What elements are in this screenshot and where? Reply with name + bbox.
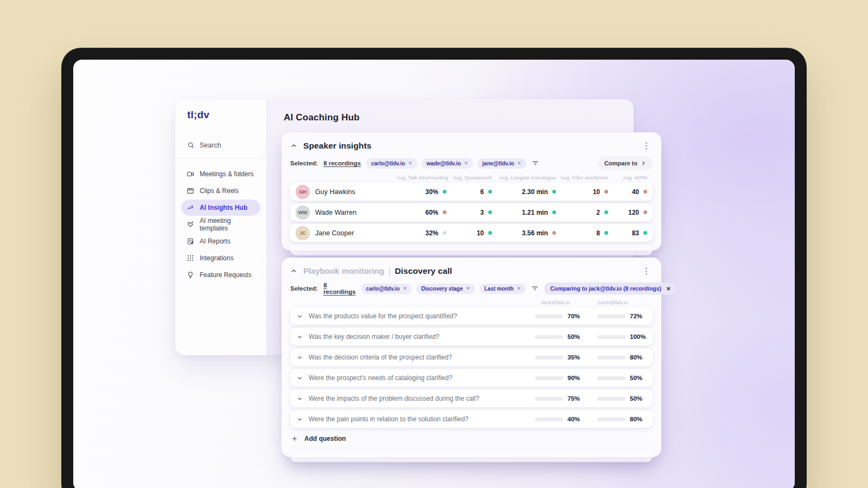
status-dot [643, 190, 647, 194]
question-text: Were the prospect's needs of cataloging … [309, 374, 529, 382]
compare-to-button[interactable]: Compare to [598, 157, 653, 170]
filter-chip[interactable]: carlo@tldv.io✕ [361, 284, 412, 294]
filter-chip[interactable]: carlo@tldv.io✕ [366, 158, 417, 169]
question-row[interactable]: Was the key decision maker / buyer clari… [290, 328, 653, 345]
selected-label: Selected: [290, 285, 318, 292]
progress-bar [535, 397, 563, 401]
question-row[interactable]: Were the pain points in relation to the … [290, 410, 653, 428]
add-question-label: Add question [304, 435, 346, 442]
chip-label: jane@tldv.io [482, 160, 514, 166]
chevron-down-icon[interactable] [297, 334, 303, 340]
progress-percent: 40% [567, 416, 580, 422]
close-icon[interactable]: ✕ [517, 286, 521, 291]
compare-to-label: Compare to [604, 160, 637, 166]
filter-chip[interactable]: wade@tldv.io✕ [422, 158, 473, 169]
progress-bar [597, 335, 626, 339]
chip-label: Last month [484, 286, 514, 292]
metric-value: 83 [632, 229, 639, 237]
sidebar-item-ai-insights-hub[interactable]: AI Insights Hub [181, 200, 260, 216]
video-camera-icon [187, 170, 194, 178]
sidebar-item-meetings-folders[interactable]: Meetings & folders [181, 166, 260, 182]
sidebar-item-clips-reels[interactable]: Clips & Reels [181, 183, 260, 199]
metric-value: 3 [480, 209, 484, 216]
status-dot [443, 231, 446, 235]
metric-value: 30% [425, 188, 438, 196]
collapse-chevron-up-icon[interactable] [290, 267, 297, 274]
progress-percent: 90% [567, 375, 580, 381]
kebab-menu-icon[interactable]: ⋮ [640, 140, 653, 151]
filter-icon[interactable] [531, 285, 539, 292]
selected-recordings-link[interactable]: 8 recordings [323, 160, 361, 166]
progress-percent: 72% [630, 313, 642, 319]
progress-percent: 35% [567, 354, 580, 361]
close-icon[interactable]: ✕ [518, 160, 522, 166]
speaker-panel-header: Speaker insights ⋮ [282, 132, 661, 155]
tldv-logo: tl;dv [175, 109, 266, 121]
selected-recordings-link[interactable]: 8 recordings [323, 282, 355, 295]
status-dot [552, 190, 556, 194]
close-icon[interactable]: ✕ [466, 286, 470, 291]
sidebar: tl;dv Search Meetings & foldersClips & R… [175, 99, 266, 355]
comparing-to-chip[interactable]: Comparing to jack@tldv.io (8 recordings)… [544, 282, 676, 294]
metric-value: 10 [477, 229, 484, 237]
status-dot [488, 210, 492, 214]
filter-icon[interactable] [532, 159, 539, 167]
chip-label: carlo@tldv.io [366, 286, 400, 292]
chevron-down-icon[interactable] [297, 375, 303, 381]
status-dot [604, 190, 608, 194]
collapse-chevron-up-icon[interactable] [290, 142, 297, 149]
close-icon[interactable]: ✕ [666, 286, 671, 292]
kebab-menu-icon[interactable]: ⋮ [640, 266, 653, 276]
chevron-down-icon[interactable] [297, 416, 303, 422]
sidebar-item-integrations[interactable]: Integrations [181, 250, 260, 266]
avatar: GH [296, 185, 310, 199]
chevron-right-icon [641, 160, 646, 166]
filter-chip[interactable]: Last month✕ [480, 284, 526, 294]
progress-percent: 50% [630, 395, 642, 402]
report-icon [187, 237, 194, 245]
laptop-frame: tl;dv Search Meetings & foldersClips & R… [61, 48, 807, 488]
progress-bar [535, 335, 563, 339]
sidebar-item-feature-requests[interactable]: Feature Requests [181, 267, 260, 283]
speaker-row[interactable]: WWWade Warren60%31.21 min2120 [290, 203, 653, 221]
column-header: Avg. Filler words/min [556, 175, 608, 181]
search-button[interactable]: Search [175, 142, 266, 149]
sidebar-item-ai-reports[interactable]: AI Reports [181, 233, 260, 249]
plus-icon [291, 435, 298, 442]
chevron-down-icon[interactable] [297, 396, 303, 402]
metric-value: 3.56 min [522, 229, 548, 237]
speaker-row[interactable]: JCJane Cooper32%103.56 min883 [290, 224, 653, 242]
chevron-down-icon[interactable] [297, 355, 303, 361]
chevron-down-icon[interactable] [297, 313, 303, 319]
close-icon[interactable]: ✕ [464, 160, 469, 166]
close-icon[interactable]: ✕ [403, 286, 407, 291]
question-row[interactable]: Were the prospect's needs of cataloging … [290, 369, 653, 387]
question-row[interactable]: Were the impacts of the problem discusse… [290, 390, 653, 407]
playbook-panel-header: Playbook monitoring | Discovery call ⋮ [282, 258, 661, 280]
metric-value: 10 [593, 188, 600, 196]
sidebar-item-label: Integrations [200, 254, 234, 262]
filter-chip[interactable]: Discovery stage✕ [416, 284, 475, 294]
progress-percent: 80% [630, 416, 642, 422]
clapperboard-icon [187, 187, 194, 195]
speaker-column-headers: Avg. Talk time/meetingAvg. Questions/hAv… [282, 170, 661, 183]
speaker-row[interactable]: GHGuy Hawkins30%62.30 min1040 [290, 183, 653, 201]
speaker-table: GHGuy Hawkins30%62.30 min1040WWWade Warr… [282, 183, 661, 242]
metric-value: 120 [628, 209, 639, 216]
sidebar-item-label: AI meeting templates [200, 217, 255, 232]
playbook-question-list: Was the products value for the prospect … [282, 306, 661, 428]
playbook-filter-row: Selected: 8 recordings carlo@tldv.io✕Dis… [282, 280, 661, 295]
search-label: Search [200, 142, 221, 149]
add-question-button[interactable]: Add question [282, 428, 661, 450]
question-row[interactable]: Was the decision criteria of the prospec… [290, 349, 653, 366]
progress-percent: 70% [567, 313, 580, 319]
question-row[interactable]: Was the products value for the prospect … [290, 307, 653, 325]
question-text: Was the products value for the prospect … [309, 312, 529, 320]
close-icon[interactable]: ✕ [409, 160, 413, 166]
filter-chip[interactable]: jane@tldv.io✕ [477, 158, 526, 169]
sidebar-item-ai-meeting-templates[interactable]: AI meeting templates [181, 216, 260, 233]
progress-bar [535, 314, 563, 318]
question-text: Were the pain points in relation to the … [309, 415, 529, 423]
status-dot [604, 210, 608, 214]
screen: tl;dv Search Meetings & foldersClips & R… [73, 60, 795, 488]
